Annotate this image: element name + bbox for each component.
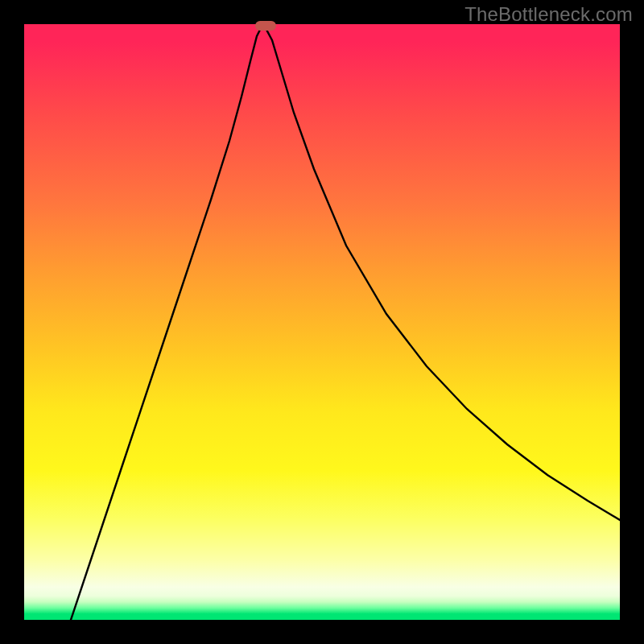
bottleneck-curve-path [71, 28, 620, 620]
chart-plot-area [24, 24, 620, 620]
watermark-text: TheBottleneck.com [464, 3, 633, 26]
bottleneck-marker [255, 21, 276, 31]
bottleneck-curve-svg [24, 24, 620, 620]
